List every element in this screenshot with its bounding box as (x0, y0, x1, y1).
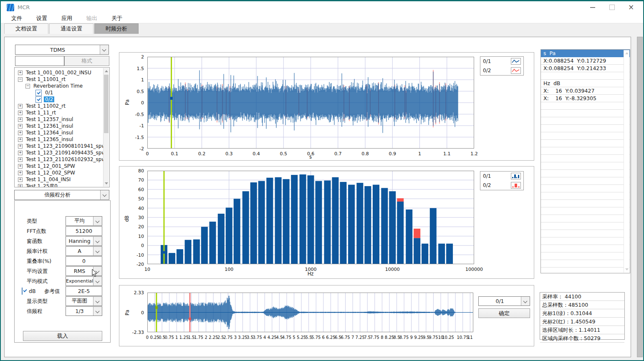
chevron-down-icon[interactable] (100, 190, 109, 199)
expand-icon[interactable]: + (18, 104, 23, 109)
cursor-list-row[interactable] (541, 132, 630, 140)
form-input-重叠率(%)[interactable]: 0 (66, 256, 102, 266)
cursor-list-row[interactable] (541, 252, 630, 260)
cursor-list-row[interactable] (541, 72, 630, 80)
cursor-list-row[interactable] (541, 110, 630, 117)
checkbox-checked-icon[interactable] (35, 90, 42, 96)
spectrum-plot[interactable] (147, 171, 474, 265)
tree-item[interactable]: +Test 1_12361_insul (15, 123, 109, 129)
reference-value-input[interactable]: 2E-5 (66, 286, 102, 296)
channel-select[interactable]: 0/1 (478, 296, 530, 306)
time-plot[interactable] (147, 57, 474, 150)
tree-item[interactable]: +Test 1_12365_insul (15, 136, 109, 143)
chevron-down-icon[interactable] (93, 277, 102, 285)
form-input-FFT点数[interactable]: 51200 (66, 226, 102, 236)
tree-item[interactable]: +Test 1_123_210908101941_spw (15, 143, 109, 149)
cursor-list-row[interactable] (541, 170, 630, 177)
tree-item[interactable]: +Test 1_12357_insul (15, 116, 109, 123)
cursor-list-row[interactable] (541, 207, 630, 215)
chevron-down-icon[interactable] (100, 45, 109, 54)
collapse-icon[interactable]: − (25, 84, 30, 88)
cursor-list-row[interactable] (541, 215, 630, 222)
confirm-button[interactable]: 确定 (478, 308, 530, 318)
cursor-list-row[interactable]: X:0.088254 Y:0.214233 (541, 65, 630, 72)
cursor-list-row[interactable] (541, 222, 630, 230)
tree-item[interactable]: +Test 1_11_rt (15, 109, 109, 116)
tree-item[interactable]: +Test 1_123_211026102932_spw (15, 156, 109, 163)
overview-waveform-chart[interactable]: Pa 2.330-2.3300.250.50.7511.251.51.7522.… (119, 285, 534, 346)
tree-item[interactable]: −Reverberation Time (15, 83, 109, 89)
analysis-type-select[interactable]: 倍频程分析 (14, 190, 109, 200)
load-button[interactable]: 载入 (23, 331, 102, 341)
chevron-down-icon[interactable] (521, 297, 530, 305)
tab-通道设置[interactable]: 通道设置 (49, 23, 93, 34)
cursor-list-row[interactable] (541, 268, 630, 273)
expand-icon[interactable]: + (18, 111, 23, 115)
tree-item[interactable]: +Test 1_12364_insul (15, 129, 109, 136)
cursor-list-row[interactable]: Hz dB (541, 80, 630, 87)
expand-icon[interactable]: + (18, 177, 23, 182)
cursor-list-row[interactable] (541, 237, 630, 245)
tree-scrollbar[interactable] (103, 68, 109, 187)
tab-时频分析[interactable]: 时频分析 (94, 23, 139, 34)
cursor-list-row[interactable] (541, 192, 630, 200)
cursor-list-row[interactable]: X: 16 Y:-8.329305 (541, 95, 630, 102)
chevron-down-icon[interactable] (93, 307, 102, 316)
cursor-list-row[interactable] (541, 200, 630, 207)
cursor-list-row[interactable] (541, 125, 630, 132)
cursor-list-row[interactable] (541, 155, 630, 162)
cursor-list-row[interactable]: X: 16 Y:0.039427 (541, 87, 630, 95)
expand-icon[interactable]: + (18, 157, 23, 162)
menu-item[interactable]: 应用 (56, 14, 78, 23)
cursor-list-row[interactable] (541, 117, 630, 125)
form-select-倍频程[interactable]: 1/3 (66, 306, 102, 316)
search-input[interactable] (15, 56, 64, 66)
expand-icon[interactable]: + (18, 144, 23, 149)
form-select-窗函数[interactable]: Hanning (66, 236, 102, 246)
form-select-类型[interactable]: 平均 (66, 216, 102, 226)
menu-item[interactable]: 设置 (31, 14, 53, 23)
time-waveform-chart[interactable]: Pa s 21.510.50-0.5-1-1.5-200.10.20.30.40… (119, 52, 534, 161)
tree-item[interactable]: +Test 1_12_001_SPW (15, 163, 109, 169)
maximize-button[interactable] (602, 1, 621, 13)
cursor-list-row[interactable] (541, 140, 630, 147)
tree-item[interactable]: +Test 1_001_001_002_INSU (15, 69, 109, 76)
cursor-list-row[interactable] (541, 245, 630, 252)
cursor-list-row[interactable] (541, 177, 630, 185)
tree-item[interactable]: 0/1 (15, 89, 109, 96)
db-checkbox[interactable] (22, 288, 23, 295)
expand-icon[interactable]: + (18, 131, 23, 135)
form-select-平均模式[interactable]: Exponential (66, 276, 102, 286)
tab-文档设置[interactable]: 文档设置 (4, 23, 48, 34)
minimize-button[interactable] (583, 1, 602, 13)
expand-icon[interactable]: + (18, 151, 23, 155)
cursor-list-row[interactable] (541, 260, 630, 268)
expand-icon[interactable]: + (18, 171, 23, 175)
file-format-select[interactable]: TDMS (15, 45, 109, 55)
tree-item[interactable]: 0/2 (15, 96, 109, 103)
expand-icon[interactable]: + (18, 137, 23, 142)
octave-spectrum-chart[interactable]: dB Hz 80706050403020100-10-2010100100010… (119, 166, 534, 279)
tree-item[interactable]: +Test 1_12_002_SPW (15, 169, 109, 176)
vertical-scrollbar[interactable] (637, 37, 643, 357)
expand-icon[interactable]: + (18, 117, 23, 122)
cursor-list-row[interactable] (541, 102, 630, 110)
collapse-icon[interactable]: − (18, 77, 23, 82)
cursor-list-row[interactable] (541, 147, 630, 155)
tree-item[interactable]: +Test 1_25度0 (15, 183, 109, 187)
menu-item[interactable]: 文件 (6, 14, 28, 23)
cursor-list-row[interactable] (541, 162, 630, 170)
close-button[interactable]: × (621, 1, 641, 13)
cursor-list-row[interactable] (541, 230, 630, 237)
cursor-list-row[interactable] (541, 185, 630, 192)
expand-icon[interactable]: + (18, 71, 23, 75)
chevron-down-icon[interactable] (93, 247, 102, 255)
cursor-list-row[interactable]: X:0.088254 Y:0.172729 (541, 57, 630, 65)
tree-item[interactable]: +Test 1_123_210914094435_spw (15, 149, 109, 156)
tree-item[interactable]: +Test 1_11002_rt (15, 103, 109, 109)
cursor-list-header[interactable]: s Pa (541, 50, 630, 57)
tree-item[interactable]: −Test 1_11001_rt (15, 76, 109, 83)
expand-icon[interactable]: + (18, 124, 23, 129)
tree-scrollbar-thumb[interactable] (104, 75, 109, 133)
checkbox-checked-icon[interactable] (35, 96, 42, 103)
